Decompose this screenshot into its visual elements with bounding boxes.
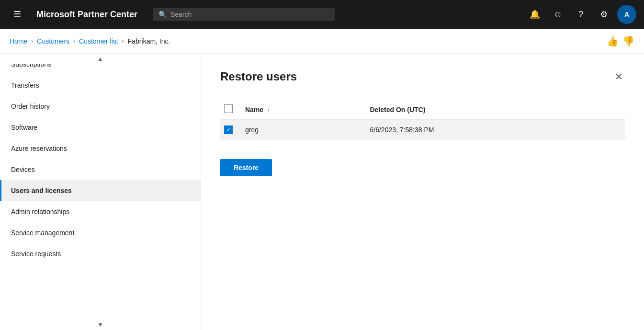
breadcrumb-customer-list[interactable]: Customer list [79, 37, 118, 45]
content-area: Restore users ✕ Name ↑ Deleted On (UTC) [201, 54, 644, 330]
sidebar-scroll-down-indicator: ▼ [0, 319, 201, 330]
notification-bell-button[interactable]: 🔔 [525, 5, 544, 24]
breadcrumb-sep-3: › [122, 38, 124, 45]
sidebar-item-software[interactable]: Software [0, 117, 201, 138]
user-avatar-button[interactable]: A [617, 5, 636, 24]
row-checkbox[interactable]: ✓ [224, 125, 233, 134]
sidebar-item-service-requests[interactable]: Service requests [0, 243, 201, 264]
close-button[interactable]: ✕ [613, 69, 625, 84]
thumbs-down-button[interactable]: 👎 [622, 35, 634, 47]
hamburger-menu[interactable]: ☰ [8, 5, 27, 24]
restore-button[interactable]: Restore [220, 159, 272, 176]
table-header-name[interactable]: Name ↑ [239, 100, 364, 120]
sidebar-item-users-and-licenses[interactable]: Users and licenses [0, 180, 201, 201]
feedback-button[interactable]: ☺ [548, 5, 567, 24]
table-header-checkbox [220, 100, 239, 120]
restore-users-title: Restore users [220, 70, 297, 83]
sidebar: ▲ Subscriptions Transfers Order history … [0, 54, 201, 330]
restore-users-header: Restore users ✕ [220, 69, 625, 84]
select-all-checkbox[interactable] [224, 104, 233, 113]
breadcrumb-thumbs: 👍 👎 [607, 35, 634, 47]
breadcrumb-customers[interactable]: Customers [37, 37, 69, 45]
sidebar-item-admin-relationships[interactable]: Admin relationships [0, 201, 201, 222]
settings-button[interactable]: ⚙ [594, 5, 613, 24]
sidebar-item-service-management[interactable]: Service management [0, 222, 201, 243]
table-header-name-label: Name [245, 106, 263, 114]
table-header-row: Name ↑ Deleted On (UTC) [220, 100, 625, 120]
search-icon: 🔍 [158, 11, 167, 18]
nav-icons: 🔔 ☺ ? ⚙ A [525, 5, 636, 24]
search-bar: 🔍 [153, 8, 335, 21]
sort-icon: ↑ [267, 107, 270, 113]
search-input[interactable] [170, 11, 329, 18]
help-button[interactable]: ? [571, 5, 590, 24]
breadcrumb-home[interactable]: Home [10, 37, 27, 45]
sidebar-scroll-up-indicator: ▲ [0, 54, 201, 64]
sidebar-item-transfers[interactable]: Transfers [0, 75, 201, 96]
restore-table: Name ↑ Deleted On (UTC) ✓ greg 6/6/2023,… [220, 100, 625, 140]
sidebar-item-order-history[interactable]: Order history [0, 96, 201, 117]
breadcrumb-sep-1: › [31, 38, 33, 45]
thumbs-up-button[interactable]: 👍 [607, 35, 619, 47]
table-cell-deleted-on: 6/6/2023, 7:58:38 PM [364, 120, 625, 140]
breadcrumb-current: Fabrikam, Inc. [128, 37, 170, 45]
breadcrumb-sep-2: › [73, 38, 75, 45]
breadcrumb-bar: Home › Customers › Customer list › Fabri… [0, 29, 644, 54]
sidebar-item-devices[interactable]: Devices [0, 159, 201, 180]
table-cell-checkbox: ✓ [220, 120, 239, 140]
app-title: Microsoft Partner Center [36, 10, 137, 20]
table-cell-name: greg [239, 120, 364, 140]
table-row: ✓ greg 6/6/2023, 7:58:38 PM [220, 120, 625, 140]
main-layout: ▲ Subscriptions Transfers Order history … [0, 54, 644, 330]
top-navigation: ☰ Microsoft Partner Center 🔍 🔔 ☺ ? ⚙ A [0, 0, 644, 29]
table-header-deleted-on: Deleted On (UTC) [364, 100, 625, 120]
sidebar-item-azure-reservations[interactable]: Azure reservations [0, 138, 201, 159]
